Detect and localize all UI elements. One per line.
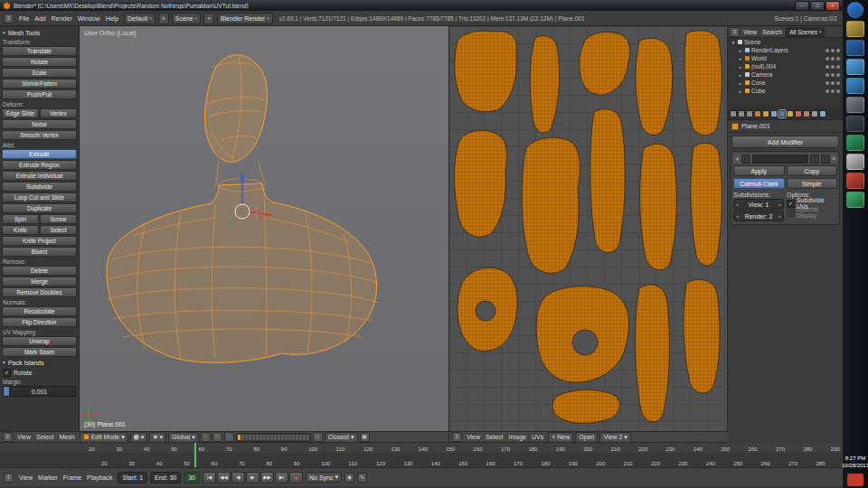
render-opengl-icon[interactable]: ▣ bbox=[360, 432, 370, 442]
snap-magnet-icon[interactable]: ∩ bbox=[313, 432, 323, 442]
tab-scene[interactable] bbox=[746, 110, 753, 117]
menu-3dview-view[interactable]: View bbox=[14, 434, 33, 440]
tool-extrude-individual[interactable]: Extrude Individual bbox=[2, 171, 77, 181]
layer-dot[interactable] bbox=[249, 435, 251, 440]
menu-uv-uvs[interactable]: UVs bbox=[529, 434, 546, 440]
arrow-icon[interactable] bbox=[831, 81, 835, 85]
tab-render-layers[interactable] bbox=[738, 110, 745, 117]
arrow-icon[interactable] bbox=[831, 73, 835, 77]
visibility-toggles[interactable] bbox=[826, 49, 840, 52]
outliner-row-cube[interactable]: ▸Cube bbox=[728, 87, 843, 95]
eye-icon[interactable] bbox=[826, 89, 829, 93]
render-visibility-icon[interactable] bbox=[810, 155, 819, 164]
tool-rotate[interactable]: Rotate bbox=[2, 57, 77, 67]
app-gray[interactable] bbox=[846, 154, 864, 170]
rotate-checkbox-row[interactable]: ✓ Rotate bbox=[3, 368, 76, 377]
menu-top-render[interactable]: Render bbox=[49, 15, 75, 22]
arrow-icon[interactable] bbox=[831, 65, 835, 69]
scene-dropdown[interactable]: Scene ▾ bbox=[172, 13, 201, 24]
add-modifier-button[interactable]: Add Modifier bbox=[731, 136, 839, 148]
app-chat[interactable] bbox=[846, 78, 864, 94]
app-capture[interactable] bbox=[846, 192, 864, 208]
uv-image-editor[interactable] bbox=[449, 26, 728, 431]
outliner-editor-icon[interactable]: ≡ bbox=[730, 27, 740, 37]
visibility-toggles[interactable] bbox=[826, 57, 840, 61]
tab-particles[interactable] bbox=[811, 110, 818, 117]
app-green[interactable] bbox=[846, 135, 864, 151]
tool-subdivide[interactable]: Subdivide bbox=[2, 182, 77, 192]
sync-dropdown[interactable]: No Sync ▾ bbox=[306, 472, 342, 483]
transport-play-reverse[interactable]: ◀ bbox=[231, 472, 245, 483]
tool-remove-doubles[interactable]: Remove Doubles bbox=[2, 287, 77, 297]
tab-modifiers[interactable] bbox=[778, 110, 786, 117]
expand-icon[interactable]: ▸ bbox=[738, 80, 743, 86]
catmull-clark-button[interactable]: Catmull-Clark bbox=[733, 178, 785, 189]
manipulator-translate-icon[interactable]: ↖ bbox=[201, 432, 211, 442]
timeline-area[interactable]: 2030405060708090100110120130140150160170… bbox=[0, 453, 843, 468]
layer-dot[interactable] bbox=[296, 435, 298, 440]
viewport-shading-dropdown[interactable]: ▾ bbox=[130, 432, 148, 443]
add-scene-button[interactable]: + bbox=[203, 13, 214, 24]
camera-icon[interactable] bbox=[836, 49, 840, 52]
app-media[interactable] bbox=[846, 40, 864, 56]
add-layout-button[interactable]: + bbox=[158, 13, 169, 24]
window-titlebar[interactable]: Blender* [C:\Users\MX\Desktop\Blend\Proj… bbox=[0, 0, 843, 11]
tab-physics[interactable] bbox=[819, 110, 826, 117]
frame-end-field[interactable]: End: 30 bbox=[150, 472, 181, 483]
expand-icon[interactable]: ▸ bbox=[738, 56, 743, 61]
properties-editor[interactable]: Plane.001 Add Modifier ▼ × bbox=[728, 108, 843, 443]
collapse-icon[interactable]: ▼ bbox=[735, 156, 740, 162]
tool-shrink-fatten[interactable]: Shrink/Fatten bbox=[2, 79, 77, 89]
layer-dot[interactable] bbox=[245, 435, 248, 440]
apply-button[interactable]: Apply bbox=[733, 165, 785, 176]
layer-dot[interactable] bbox=[274, 435, 277, 440]
arrow-icon[interactable] bbox=[831, 49, 835, 52]
decrement-icon[interactable]: ◂ bbox=[736, 213, 739, 219]
open-image-button[interactable]: Open bbox=[575, 432, 598, 443]
editor-type-icon[interactable]: ≡ bbox=[452, 432, 462, 442]
outliner-row-renderlayers[interactable]: ▸RenderLayers bbox=[728, 46, 843, 54]
transport-jump-to-end[interactable]: ▶| bbox=[275, 472, 288, 483]
transport-record[interactable]: ● bbox=[289, 472, 303, 483]
camera-icon[interactable] bbox=[836, 89, 840, 93]
outliner-row-null-004[interactable]: ▸(null).004 bbox=[728, 62, 843, 70]
margin-slider[interactable]: 0.001 bbox=[3, 386, 76, 397]
tool-extrude[interactable]: Extrude bbox=[2, 149, 77, 159]
eye-icon[interactable] bbox=[826, 81, 829, 85]
tool-shelf[interactable]: ▼ Mesh Tools Transform:TranslateRotateSc… bbox=[0, 26, 80, 431]
layer-dot[interactable] bbox=[303, 435, 306, 440]
tool-recalculate[interactable]: Recalculate bbox=[2, 306, 77, 316]
expand-icon[interactable]: ▸ bbox=[738, 89, 743, 94]
windows-taskbar[interactable]: 8:27 PM 10/28/2013 bbox=[843, 0, 868, 488]
copy-button[interactable]: Copy bbox=[787, 165, 838, 176]
eye-icon[interactable] bbox=[826, 65, 829, 69]
frame-start-field[interactable]: Start: 1 bbox=[118, 472, 147, 483]
arrow-icon[interactable] bbox=[831, 57, 835, 61]
eye-icon[interactable] bbox=[826, 49, 829, 52]
rotate-checkbox[interactable]: ✓ bbox=[3, 369, 11, 377]
tool-knife[interactable]: Knife bbox=[2, 225, 39, 235]
tool-knife-project[interactable]: Knife Project bbox=[2, 236, 77, 246]
visibility-toggles[interactable] bbox=[826, 73, 840, 77]
camera-icon[interactable] bbox=[836, 73, 840, 77]
start-orb[interactable] bbox=[847, 2, 863, 18]
visibility-toggles[interactable] bbox=[826, 65, 840, 69]
editor-type-icon[interactable]: ≡ bbox=[4, 14, 14, 23]
transport-play[interactable]: ▶ bbox=[246, 472, 259, 483]
layer-dot[interactable] bbox=[278, 435, 280, 440]
menu-outliner-view[interactable]: View bbox=[741, 29, 760, 35]
orientation-dropdown[interactable]: Global ▾ bbox=[168, 432, 199, 443]
visibility-toggles[interactable] bbox=[826, 89, 840, 93]
tool-select[interactable]: Select bbox=[40, 225, 77, 235]
tool-vertex[interactable]: Vertex bbox=[40, 108, 77, 118]
outliner-row-cone[interactable]: ▸Cone bbox=[728, 79, 843, 87]
layer-dot[interactable] bbox=[299, 435, 302, 440]
manipulator-scale-icon[interactable]: ⇲ bbox=[224, 432, 234, 442]
layer-dot[interactable] bbox=[307, 435, 309, 440]
increment-icon[interactable]: ▸ bbox=[778, 213, 781, 219]
uv-view-dropdown[interactable]: View 2 ▾ bbox=[599, 432, 630, 443]
optimal-display-row[interactable]: Optimal Display bbox=[787, 208, 837, 217]
layer-dot[interactable] bbox=[238, 435, 241, 440]
app-tool[interactable] bbox=[846, 97, 864, 113]
menu-uv-image[interactable]: Image bbox=[506, 434, 529, 440]
